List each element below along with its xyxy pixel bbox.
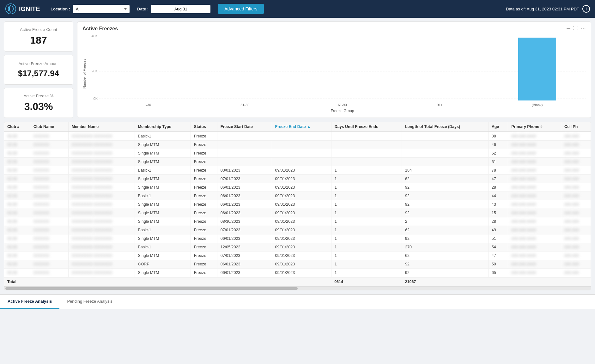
tab-pending-freeze[interactable]: Pending Freeze Analysis (59, 294, 120, 309)
table-row: 00.00 XXXXXX XXXXXXXX XXXXXXX Single MTM… (4, 183, 591, 192)
table-row: 00.00 XXXXXX XXXXXXXX XXXXXXX Single MTM… (4, 149, 591, 158)
cell: Freeze (191, 226, 217, 234)
blurred-cell: XXXXXX (30, 226, 68, 234)
cell: 07/01/2023 (217, 175, 272, 183)
data-table: Club # Club Name Member Name Membership … (4, 122, 591, 290)
blurred-cell: ###-### (561, 243, 591, 252)
filter-icon[interactable]: ⚌ (566, 26, 571, 32)
blurred-cell: XXXXXX (30, 252, 68, 260)
cell: 09/01/2023 (272, 269, 331, 277)
col-membership-type[interactable]: Membership Type (135, 122, 191, 132)
cell: 1 (331, 183, 402, 192)
table-row: 00.00 XXXXXX XXXXXXXX XXXXXXX Basic-1 Fr… (4, 192, 591, 200)
table-wrapper[interactable]: Club # Club Name Member Name Membership … (4, 122, 591, 286)
blurred-cell: ###-### (561, 269, 591, 277)
blurred-cell: ###-###-#### (508, 234, 561, 243)
cell: Basic-1 (135, 243, 191, 252)
blurred-cell: XXXXXXXX XXXXXXX (68, 149, 135, 158)
bar-1-30 (99, 34, 196, 100)
cell: 78 (488, 166, 508, 175)
cell: Basic-1 (135, 226, 191, 234)
col-club-num[interactable]: Club # (4, 122, 30, 132)
expand-icon[interactable]: ⛶ (573, 26, 578, 32)
cell: Single MTM (135, 234, 191, 243)
cell (331, 141, 402, 149)
blurred-cell: ###-###-#### (508, 132, 561, 141)
cell: 51 (488, 234, 508, 243)
advanced-filters-button[interactable]: Advanced Filters (218, 4, 264, 14)
logo: IGNITE (5, 3, 43, 15)
footer-length-total: 21967 (402, 277, 489, 286)
cell: Single MTM (135, 183, 191, 192)
col-member-name[interactable]: Member Name (68, 122, 135, 132)
kpi-freeze-amount-value: $17,577.94 (18, 69, 59, 78)
location-select[interactable]: All Location 1 Location 2 (73, 5, 130, 13)
col-age[interactable]: Age (488, 122, 508, 132)
blurred-cell: XXXXXX (30, 175, 68, 183)
cell: 270 (402, 243, 489, 252)
col-primary-phone[interactable]: Primary Phone # (508, 122, 561, 132)
cell: 1 (331, 234, 402, 243)
blurred-cell: XXXXXX (30, 192, 68, 200)
blurred-cell: ###-### (561, 209, 591, 217)
chart-header: Active Freezes ⚌ ⛶ ⋯ (82, 26, 586, 32)
cell: Freeze (191, 209, 217, 217)
blurred-cell: XXXXXX (30, 183, 68, 192)
cell: 09/01/2023 (272, 192, 331, 200)
footer-total-label: Total (4, 277, 331, 286)
table-row: 00.00 XXXXXX XXXXXXXX XXXXXXX CORP Freez… (4, 260, 591, 269)
col-length[interactable]: Length of Total Freeze (Days) (402, 122, 489, 132)
blurred-cell: ###-###-#### (508, 200, 561, 209)
cell: 1 (331, 269, 402, 277)
blurred-cell: 00.00 (4, 252, 30, 260)
info-icon[interactable]: i (582, 5, 590, 13)
blurred-cell: XXXXXX (30, 200, 68, 209)
bottom-tabs: Active Freeze Analysis Pending Freeze An… (0, 294, 595, 309)
cell (217, 141, 272, 149)
more-icon[interactable]: ⋯ (581, 26, 586, 32)
cell: Single MTM (135, 158, 191, 166)
col-days-until[interactable]: Days Until Freeze Ends (331, 122, 402, 132)
cell: 2 (402, 217, 489, 226)
tab-active-freeze[interactable]: Active Freeze Analysis (0, 294, 59, 309)
kpi-freeze-amount-label: Active Freeze Amount (18, 61, 58, 66)
footer-days-total: 9614 (331, 277, 402, 286)
table-row: 00.00 XXXXXX XXXXXXXX XXXXXXX Single MTM… (4, 158, 591, 166)
blurred-cell: XXXXXXXX XXXXXXX (68, 200, 135, 209)
cell: 92 (402, 209, 489, 217)
col-club-name[interactable]: Club Name (30, 122, 68, 132)
cell (272, 141, 331, 149)
cell: 06/01/2023 (217, 269, 272, 277)
cell: 1 (331, 209, 402, 217)
blurred-cell: ###-### (561, 252, 591, 260)
horizontal-scrollbar[interactable] (4, 286, 591, 290)
col-freeze-end[interactable]: Freeze End Date ▲ (272, 122, 331, 132)
col-freeze-start[interactable]: Freeze Start Date (217, 122, 272, 132)
blurred-cell: ###-### (561, 141, 591, 149)
cell: 65 (488, 269, 508, 277)
cell: Single MTM (135, 175, 191, 183)
blurred-cell: ###-### (561, 192, 591, 200)
blurred-cell: XXXXXXXX XXXXXXX (68, 132, 135, 141)
cell: Freeze (191, 269, 217, 277)
scroll-thumb[interactable] (5, 287, 298, 290)
cell: 92 (402, 200, 489, 209)
x-label-61-90: 61-90 (294, 103, 391, 107)
date-input[interactable] (151, 5, 210, 13)
cell (331, 158, 402, 166)
blurred-cell: ###-###-#### (508, 243, 561, 252)
logo-icon (5, 3, 16, 15)
blurred-cell: 00.00 (4, 166, 30, 175)
table-row: 00.00 XXXXXX XXXXXXXX XXXXXXX Single MTM… (4, 269, 591, 277)
col-cell-phone[interactable]: Cell Ph (561, 122, 591, 132)
cell: 1 (331, 175, 402, 183)
cell: 09/01/2023 (272, 183, 331, 192)
blurred-cell: ###-###-#### (508, 175, 561, 183)
col-status[interactable]: Status (191, 122, 217, 132)
blurred-cell: XXXXXXXX XXXXXXX (68, 260, 135, 269)
cell: Freeze (191, 200, 217, 209)
cell: 47 (488, 175, 508, 183)
blurred-cell: XXXXXX (30, 269, 68, 277)
data-info: Data as of: Aug 31, 2023 02:31 PM PDT i (506, 5, 590, 13)
blurred-cell: 00.00 (4, 260, 30, 269)
